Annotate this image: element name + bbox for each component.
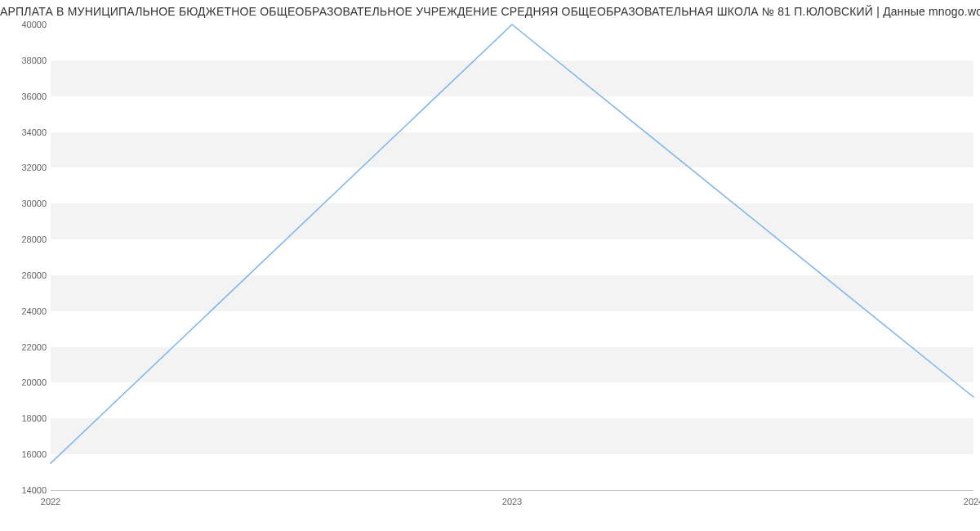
line-series-layer	[51, 25, 973, 490]
y-tick-label: 14000	[2, 485, 47, 495]
chart: АРПЛАТА В МУНИЦИПАЛЬНОЕ БЮДЖЕТНОЕ ОБЩЕОБ…	[0, 0, 980, 531]
series-line	[51, 25, 973, 463]
y-tick-label: 32000	[2, 163, 47, 172]
y-tick-label: 36000	[2, 91, 47, 101]
y-tick-label: 20000	[2, 377, 47, 387]
chart-title: АРПЛАТА В МУНИЦИПАЛЬНОЕ БЮДЖЕТНОЕ ОБЩЕОБ…	[0, 5, 980, 18]
y-tick-label: 34000	[2, 127, 47, 137]
x-tick-label: 2023	[502, 497, 522, 506]
y-tick-label: 40000	[2, 20, 47, 29]
y-tick-label: 18000	[2, 413, 47, 423]
y-tick-label: 30000	[2, 199, 47, 208]
x-tick-label: 2022	[41, 497, 60, 506]
y-tick-label: 16000	[2, 449, 47, 459]
x-axis	[51, 490, 973, 491]
x-tick-label: 2024	[964, 497, 980, 506]
y-tick-label: 22000	[2, 342, 47, 352]
y-tick-label: 28000	[2, 234, 47, 244]
y-tick-label: 26000	[2, 270, 47, 280]
y-tick-label: 38000	[2, 56, 47, 65]
y-tick-label: 24000	[2, 306, 47, 316]
plot-area	[51, 25, 973, 490]
